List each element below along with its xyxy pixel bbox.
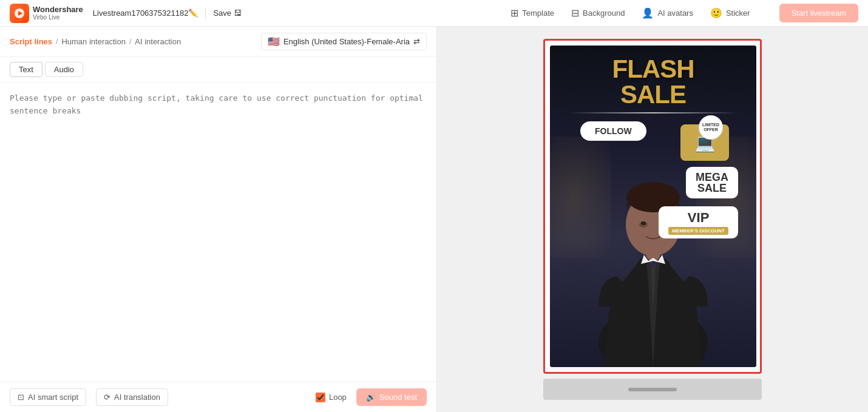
script-lines-tab[interactable]: Script lines	[10, 37, 52, 46]
vip-text: VIP	[668, 210, 728, 226]
ai-avatars-label: AI avatars	[657, 8, 693, 18]
save-icon: 🖫	[234, 8, 242, 18]
follow-label: FOLLOW	[595, 126, 632, 136]
preview-container: FLASH SALE FOLLOW LIMITED OFFER	[543, 39, 762, 374]
tab-text[interactable]: Text	[10, 62, 42, 77]
sale-text: SALE	[612, 82, 694, 107]
ai-smart-script-label: AI smart script	[28, 393, 78, 402]
main-content: Script lines / Human interaction / AI in…	[0, 27, 868, 412]
breadcrumb-sep-2: /	[129, 38, 131, 46]
sale-badge-text: SALE	[696, 183, 728, 194]
ai-translation-icon: ⟳	[104, 393, 110, 402]
vip-badge: VIP MEMBER'S DISCOUNT	[659, 206, 738, 238]
loop-label: Loop	[329, 393, 347, 402]
project-title: Livestream1706375321182	[93, 8, 189, 18]
bottom-action-bar: ⊡ AI smart script ⟳ AI translation Loop …	[0, 382, 436, 412]
logo-text-block: Wondershare Virbo Live	[33, 5, 83, 21]
ai-smart-script-button[interactable]: ⊡ AI smart script	[10, 388, 86, 406]
topbar: Wondershare Virbo Live Livestream1706375…	[0, 0, 868, 27]
ai-interaction-tab[interactable]: AI interaction	[135, 37, 181, 46]
template-icon: ⊞	[510, 7, 518, 19]
tab-row: Text Audio	[0, 57, 436, 83]
loop-checkbox[interactable]	[316, 393, 325, 402]
ai-translation-label: AI translation	[114, 393, 160, 402]
flag-icon: 🇺🇸	[268, 36, 280, 47]
sticker-label: Sticker	[726, 8, 750, 18]
sound-test-label: Sound test	[379, 393, 417, 402]
background-icon: ⊟	[571, 7, 579, 19]
svg-point-8	[641, 221, 646, 225]
human-interaction-tab[interactable]: Human interaction	[61, 37, 126, 46]
sound-icon: 🔊	[366, 393, 376, 402]
mega-text: MEGA	[696, 172, 728, 183]
left-panel: Script lines / Human interaction / AI in…	[0, 27, 437, 412]
ai-avatars-icon: 👤	[642, 7, 654, 19]
divider-line	[568, 112, 738, 113]
save-button[interactable]: Save 🖫	[213, 8, 242, 18]
nav-ai-avatars[interactable]: 👤 AI avatars	[642, 7, 693, 19]
top-navigation: ⊞ Template ⊟ Background 👤 AI avatars 🙂 S…	[510, 4, 858, 22]
members-text: MEMBER'S DISCOUNT	[668, 227, 728, 235]
edit-title-icon[interactable]: ✏️	[188, 8, 198, 18]
breadcrumb-sep-1: /	[56, 38, 58, 46]
script-textarea[interactable]	[0, 83, 436, 382]
tab-audio[interactable]: Audio	[45, 62, 83, 77]
flash-sale-title: FLASH SALE	[612, 56, 694, 107]
logo-icon	[10, 4, 29, 23]
scroll-indicator	[628, 388, 677, 391]
ai-translation-button[interactable]: ⟳ AI translation	[96, 388, 168, 406]
sound-test-button[interactable]: 🔊 Sound test	[356, 388, 427, 406]
follow-button: FOLLOW	[580, 121, 646, 141]
right-panel: FLASH SALE FOLLOW LIMITED OFFER	[437, 27, 868, 412]
divider	[205, 7, 206, 19]
loop-area: Loop	[316, 393, 347, 402]
language-label: English (United States)-Female-Aria	[283, 37, 410, 46]
app-logo: Wondershare Virbo Live	[10, 4, 83, 23]
limited-offer-badge: LIMITED OFFER	[699, 115, 723, 140]
nav-background[interactable]: ⊟ Background	[571, 7, 625, 19]
background-label: Background	[583, 8, 625, 18]
logo-product: Virbo Live	[33, 14, 83, 21]
save-label: Save	[213, 8, 231, 18]
flash-text: FLASH	[612, 56, 694, 82]
nav-sticker[interactable]: 🙂 Sticker	[710, 7, 750, 19]
language-selector[interactable]: 🇺🇸 English (United States)-Female-Aria ⇄	[261, 33, 427, 50]
nav-template[interactable]: ⊞ Template	[510, 7, 554, 19]
ai-smart-script-icon: ⊡	[18, 393, 24, 402]
start-livestream-button[interactable]: Start livestream	[779, 4, 858, 22]
preview-scroll-area[interactable]	[543, 379, 762, 400]
preview-background: FLASH SALE FOLLOW LIMITED OFFER	[550, 46, 756, 367]
template-label: Template	[522, 8, 554, 18]
preview-canvas: FLASH SALE FOLLOW LIMITED OFFER	[550, 46, 756, 367]
logo-brand: Wondershare	[33, 5, 83, 14]
sticker-icon: 🙂	[710, 7, 722, 19]
script-header: Script lines / Human interaction / AI in…	[0, 27, 436, 57]
badge-text: LIMITED OFFER	[700, 123, 722, 132]
mega-sale-badge: MEGA SALE	[686, 167, 738, 198]
swap-icon: ⇄	[413, 37, 420, 46]
